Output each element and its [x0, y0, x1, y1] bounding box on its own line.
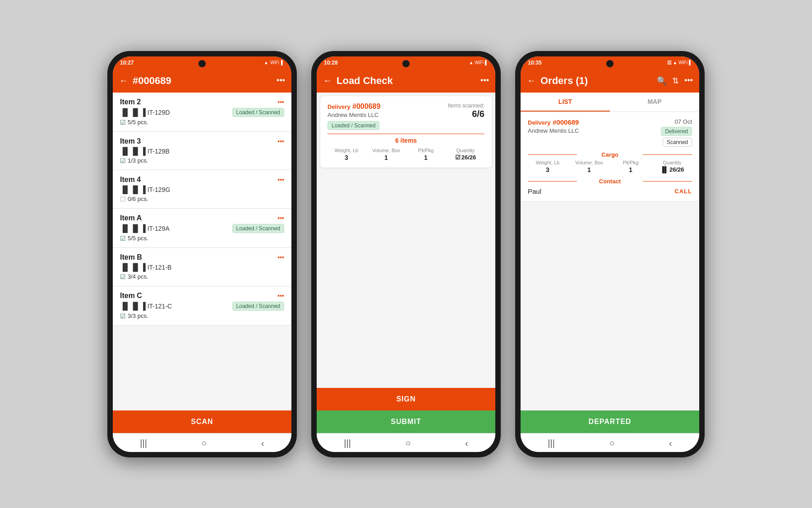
scanned-badge: Scanned [663, 138, 692, 147]
list-item: Item 4 ••• ▐▌▐▌▐ IT-129G ☐ 0/6 pcs. [113, 170, 291, 209]
order-plt-label: Plt/Pkg [611, 160, 651, 165]
order-delivery-label: Delivery [528, 119, 551, 126]
header-actions-3: 🔍 ⇅ ••• [657, 76, 693, 86]
page-title-3: Orders (1) [540, 75, 657, 87]
scan-button[interactable]: SCAN [113, 410, 291, 433]
barcode-icon: ▐▌▐▌▐ [120, 108, 146, 117]
item-more-icon[interactable]: ••• [277, 214, 284, 222]
more-icon-3[interactable]: ••• [684, 76, 693, 86]
back-button-2[interactable]: ← [323, 75, 332, 86]
cargo-qty-col: Quantity ☑ 26/26 [447, 148, 484, 161]
delivery-label: Delivery [328, 103, 351, 110]
barcode-icon: ▐▌▐▌▐ [120, 186, 146, 194]
barcode-text: ▐▌▐▌▐ IT-121-C [120, 302, 172, 310]
orders-content: Delivery #000689 Andrew Mentis LLC 07 Oc… [521, 112, 699, 410]
item-qty: ☐ 0/6 pcs. [120, 196, 284, 203]
cargo-plt-col: Plt/Pkg 1 [407, 148, 445, 161]
signal-icon-3: 🖼 ▲ WiFi ▌ [667, 60, 692, 65]
back-nav-icon-2[interactable]: ‹ [465, 438, 468, 448]
camera-notch-3 [606, 60, 614, 67]
item-name: Item A [120, 214, 142, 222]
weight-value: 3 [328, 154, 365, 161]
nav-bar-3: ||| ○ ‹ [521, 433, 699, 452]
time-1: 10:27 [120, 60, 134, 66]
barcode-text: ▐▌▐▌▐ IT-121-B [120, 263, 171, 271]
menu-icon-2[interactable]: ||| [344, 438, 351, 448]
item-qty: ☑ 1/3 pcs. [120, 157, 284, 164]
qty-label: Quantity [447, 148, 484, 153]
check-icon: ☑ [120, 312, 126, 320]
wifi-icon-1: WiFi [270, 60, 279, 65]
phone-3: 10:35 🖼 ▲ WiFi ▌ ← Orders (1) 🔍 ⇅ ••• LI… [515, 51, 705, 457]
order-qty-col: Quantity ▐▌ 26/26 [652, 160, 692, 173]
barcode-icon: ▐▌▐▌▐ [120, 263, 146, 271]
order-volume-value: 1 [569, 166, 609, 173]
back-nav-icon-3[interactable]: ‹ [669, 438, 672, 448]
order-weight-value: 3 [528, 166, 567, 173]
list-item: Item A ••• ▐▌▐▌▐ IT-129A Loaded / Scanne… [113, 209, 291, 248]
volume-label: Volume, Box [367, 148, 405, 153]
tab-map[interactable]: MAP [610, 93, 699, 112]
plt-value: 1 [407, 154, 445, 161]
delivery-card: Delivery #000689 Andrew Mentis LLC Loade… [320, 96, 492, 168]
search-icon-3[interactable]: 🔍 [657, 76, 667, 86]
list-item: Item B ••• ▐▌▐▌▐ IT-121-B ☑ 3/4 pcs. [113, 248, 291, 286]
tabs-bar-3: LIST MAP [521, 93, 699, 112]
status-icons-2: ▲ WiFi ▌ [469, 60, 488, 65]
barcode-icon: ▐▌▐▌▐ [120, 147, 146, 155]
order-id: #000689 [553, 118, 579, 126]
camera-notch-2 [402, 60, 410, 67]
items-scanned-label: Items scanned: [448, 103, 484, 109]
check-icon: ☑ [120, 273, 126, 280]
order-cargo-grid: Weight, Lb 3 Volume, Box 1 Plt/Pkg 1 Qua… [528, 160, 692, 173]
departed-button[interactable]: DEPARTED [521, 410, 699, 433]
submit-button[interactable]: SUBMIT [317, 410, 495, 433]
back-nav-icon[interactable]: ‹ [261, 438, 264, 448]
time-2: 10:28 [324, 60, 338, 66]
item-name: Item 3 [120, 137, 141, 145]
phone-1: 10:27 ▲ WiFi ▌ ← #000689 ••• Item 2 ••• [107, 51, 297, 457]
back-button-1[interactable]: ← [119, 75, 128, 86]
delivery-status-badge: Loaded / Scanned [328, 121, 379, 130]
menu-icon-3[interactable]: ||| [548, 438, 555, 448]
barcode-icon: ▐▌▐▌▐ [120, 224, 146, 233]
contact-section-label: Contact [528, 178, 692, 185]
item-more-icon[interactable]: ••• [277, 138, 284, 145]
item-more-icon[interactable]: ••• [277, 98, 284, 106]
order-weight-label: Weight, Lb [528, 160, 567, 165]
back-button-3[interactable]: ← [527, 75, 536, 86]
sign-button[interactable]: SIGN [317, 388, 495, 410]
status-badge: Loaded / Scanned [232, 302, 284, 311]
item-name: Item 2 [120, 98, 141, 106]
phone-2: 10:28 ▲ WiFi ▌ ← Load Check ••• Delivery… [311, 51, 501, 457]
status-icons-3: 🖼 ▲ WiFi ▌ [667, 60, 692, 65]
item-more-icon[interactable]: ••• [277, 176, 284, 183]
barcode-text: ▐▌▐▌▐ IT-129G [120, 186, 170, 194]
home-icon[interactable]: ○ [201, 438, 207, 448]
qty-check-icon: ☑ [455, 154, 461, 161]
battery-icon-1: ▌ [281, 60, 284, 65]
more-icon-1[interactable]: ••• [277, 76, 285, 85]
call-button[interactable]: CALL [674, 188, 692, 195]
delivery-company: Andrew Mentis LLC [328, 112, 380, 118]
volume-value: 1 [367, 154, 405, 161]
cargo-section-label: Cargo [528, 151, 692, 158]
order-card: Delivery #000689 Andrew Mentis LLC 07 Oc… [521, 112, 699, 202]
qty-barcode-icon: ▐▌ [660, 166, 669, 173]
menu-icon[interactable]: ||| [140, 438, 147, 448]
item-more-icon[interactable]: ••• [277, 254, 284, 261]
check-icon: ☑ [120, 119, 126, 126]
tab-list[interactable]: LIST [521, 93, 610, 112]
item-qty: ☑ 5/5 pcs. [120, 235, 284, 242]
load-check-content: Delivery #000689 Andrew Mentis LLC Loade… [317, 93, 495, 388]
filter-icon-3[interactable]: ⇅ [672, 76, 679, 86]
home-icon-2[interactable]: ○ [405, 438, 411, 448]
more-icon-2[interactable]: ••• [480, 76, 489, 85]
delivery-id: #000689 [352, 103, 380, 110]
barcode-text: ▐▌▐▌▐ IT-129D [120, 108, 170, 117]
status-icons-1: ▲ WiFi ▌ [264, 60, 284, 65]
item-more-icon[interactable]: ••• [277, 292, 284, 299]
home-icon-3[interactable]: ○ [609, 438, 614, 448]
order-volume-col: Volume, Box 1 [569, 160, 609, 173]
weight-label: Weight, Lb [328, 148, 365, 153]
